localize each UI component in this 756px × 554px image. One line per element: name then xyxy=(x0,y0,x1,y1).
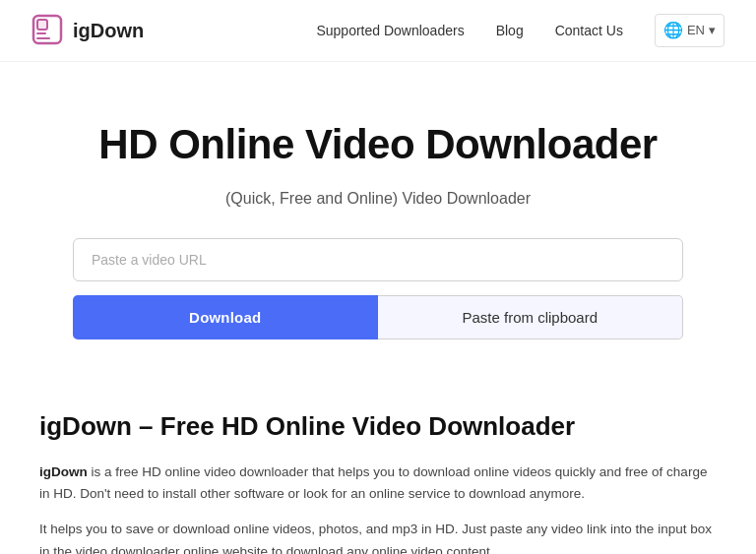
desc-p1-rest: is a free HD online video downloader tha… xyxy=(39,464,707,501)
desc-p1-bold: igDown xyxy=(39,464,88,479)
hero-section: HD Online Video Downloader (Quick, Free … xyxy=(0,62,756,375)
desc-title: igDown – Free HD Online Video Downloader xyxy=(39,410,717,444)
logo-icon xyxy=(32,14,65,47)
url-input-area xyxy=(73,238,683,281)
desc-paragraph-1: igDown is a free HD online video downloa… xyxy=(39,462,717,506)
nav-contact-us[interactable]: Contact Us xyxy=(555,21,623,41)
logo-area: igDown xyxy=(32,14,144,47)
lang-code: EN xyxy=(687,21,705,40)
desc-paragraph-2: It helps you to save or download online … xyxy=(39,519,717,554)
header: igDown Supported Downloaders Blog Contac… xyxy=(0,0,756,62)
url-input[interactable] xyxy=(74,239,682,280)
download-button[interactable]: Download xyxy=(73,295,378,339)
chevron-down-icon: ▾ xyxy=(709,21,716,40)
logo-text: igDown xyxy=(73,16,144,45)
main-nav: Supported Downloaders Blog Contact Us 🌐 … xyxy=(316,14,724,47)
globe-icon: 🌐 xyxy=(663,19,683,42)
nav-blog[interactable]: Blog xyxy=(496,21,524,41)
paste-from-clipboard-button[interactable]: Paste from clipboard xyxy=(378,295,684,339)
hero-subtitle: (Quick, Free and Online) Video Downloade… xyxy=(39,187,717,211)
hero-title: HD Online Video Downloader xyxy=(39,113,717,175)
action-buttons: Download Paste from clipboard xyxy=(73,295,683,339)
language-selector[interactable]: 🌐 EN ▾ xyxy=(655,14,724,47)
svg-rect-1 xyxy=(37,20,47,30)
nav-supported-downloaders[interactable]: Supported Downloaders xyxy=(316,21,464,41)
description-section: igDown – Free HD Online Video Downloader… xyxy=(0,375,756,554)
